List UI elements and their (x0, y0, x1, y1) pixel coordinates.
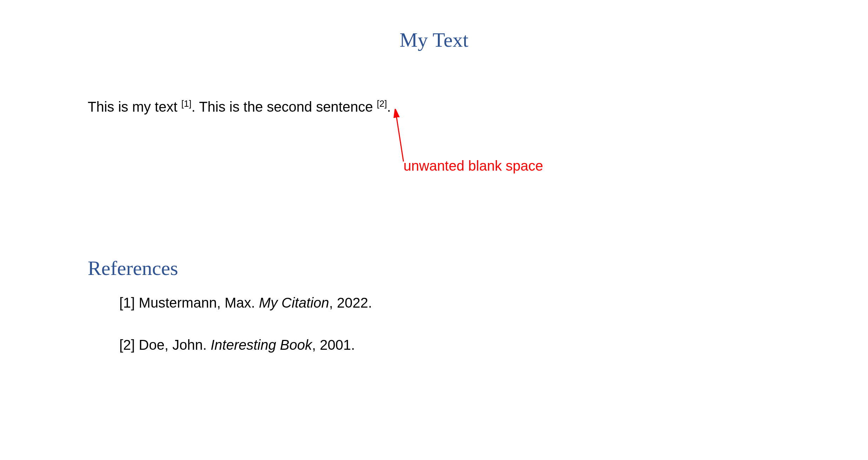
reference-number: [1] (119, 295, 139, 310)
svg-line-1 (396, 112, 403, 162)
reference-item: [2] Doe, John. Interesting Book, 2001. (119, 337, 355, 353)
body-text-part3: . (387, 99, 391, 114)
reference-title: Interesting Book (211, 337, 312, 353)
annotation-arrow-icon (389, 109, 418, 165)
reference-number: [2] (119, 337, 139, 353)
references-heading: References (88, 256, 178, 280)
reference-item: [1] Mustermann, Max. My Citation, 2022. (119, 295, 372, 311)
reference-title: My Citation (259, 295, 329, 310)
citation-marker-1: [1] (181, 98, 192, 109)
citation-marker-2: [2] (377, 98, 387, 109)
body-text-part2: . This is the second sentence (192, 99, 377, 114)
body-text-part1: This is my text (88, 99, 181, 114)
reference-author: Doe, John. (139, 337, 211, 353)
reference-suffix: , 2001. (312, 337, 355, 353)
body-paragraph: This is my text [1]. This is the second … (88, 98, 391, 115)
annotation-label: unwanted blank space (403, 158, 543, 174)
reference-suffix: , 2022. (329, 295, 372, 310)
reference-author: Mustermann, Max. (139, 295, 259, 310)
document-title: My Text (0, 0, 868, 52)
